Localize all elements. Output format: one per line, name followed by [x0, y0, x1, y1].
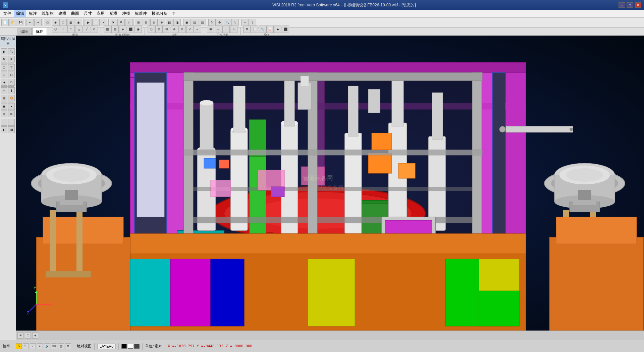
wp-btn-3[interactable]: ↕ — [222, 26, 230, 33]
sys-btn-1[interactable]: ⚙ — [243, 26, 251, 33]
view3d-btn-1[interactable]: ⬡ — [148, 26, 155, 33]
view3d-btn-7[interactable]: ↙ — [194, 26, 201, 33]
lt-extra-2[interactable]: ◨ — [8, 126, 15, 133]
new-button[interactable]: 📄 — [1, 19, 9, 26]
vp-btn-1[interactable]: ⊞ — [17, 333, 23, 339]
tool-7[interactable]: ▣ — [183, 19, 191, 26]
pan-btn[interactable]: ✥ — [216, 19, 223, 26]
window-sel-btn[interactable]: ⬜ — [92, 19, 100, 26]
tool-9[interactable]: ▥ — [199, 19, 206, 26]
shape-btn-6[interactable]: ⊙ — [91, 26, 98, 33]
status-icon-3[interactable]: • — [30, 343, 36, 349]
sys-btn-6[interactable]: ⬛ — [282, 26, 289, 33]
view3d-btn-2[interactable]: ⊞ — [155, 26, 163, 33]
tool-4[interactable]: ⊗ — [158, 19, 165, 26]
cross-sel-btn[interactable]: ✕ — [100, 19, 107, 26]
lt-color[interactable]: 🎨 — [8, 95, 15, 101]
lt-solid-1[interactable]: ◉ — [1, 103, 7, 110]
status-icon-7[interactable]: ▤ — [58, 343, 64, 349]
vp-btn-3[interactable]: ◈ — [32, 333, 38, 339]
lt-rotate[interactable]: ↻ — [1, 56, 7, 62]
minimize-button[interactable]: ─ — [619, 2, 625, 8]
menu-wireframe[interactable]: 线架构 — [40, 10, 56, 17]
vp-btn-2[interactable]: ⬡ — [25, 333, 31, 339]
shape-btn-3[interactable]: □ — [67, 26, 75, 33]
lt-view-top[interactable]: ⊤ — [8, 64, 15, 71]
color-swatch-3[interactable] — [134, 344, 140, 349]
view-btn-3[interactable]: □ — [59, 19, 67, 26]
sys-btn-5[interactable]: ▶ — [274, 26, 281, 33]
select-btn[interactable]: ▶ — [85, 19, 92, 26]
shape-btn-4[interactable]: △ — [75, 26, 83, 33]
tool-5[interactable]: ◧ — [166, 19, 173, 26]
sys-btn-4[interactable]: 📊 — [266, 26, 274, 33]
shape-btn-1[interactable]: ⬡ — [52, 26, 59, 33]
lt-info[interactable]: ℹ — [8, 87, 15, 94]
view3d-btn-6[interactable]: ↗ — [186, 26, 194, 33]
tool-8[interactable]: ▤ — [191, 19, 198, 26]
status-icon-1[interactable]: S — [16, 343, 22, 349]
menu-standard[interactable]: 标准件 — [133, 10, 149, 17]
status-icon-6[interactable]: ⌨ — [51, 343, 57, 349]
tool-1[interactable]: ⊞ — [135, 19, 142, 26]
lt-assem[interactable]: ⊕ — [1, 111, 7, 117]
lt-view-side[interactable]: ⊟ — [8, 72, 15, 78]
menu-apply[interactable]: 应用 — [95, 10, 107, 17]
menu-stamp[interactable]: 冲模 — [120, 10, 132, 17]
menu-mold[interactable]: 塑模 — [107, 10, 119, 17]
wp-btn-4[interactable]: ⤡ — [230, 26, 237, 33]
sys-btn-2[interactable]: 📋 — [251, 26, 258, 33]
zoom-btn[interactable]: 🔍 — [224, 19, 231, 26]
shape-btn-2[interactable]: ○ — [60, 26, 67, 33]
lt-pan[interactable]: ✥ — [8, 56, 15, 62]
status-icon-8[interactable]: ⚙ — [65, 343, 71, 349]
view3d-btn-4[interactable]: ⊕ — [171, 26, 178, 33]
img-btn-2[interactable]: ▤ — [111, 26, 119, 33]
lt-select[interactable]: ▶ — [1, 48, 7, 55]
status-icon-5[interactable]: 🔊 — [44, 343, 50, 349]
lt-snap-1[interactable]: ⋮ — [1, 119, 7, 126]
undo-button[interactable]: ↩ — [26, 19, 34, 26]
copy-btn[interactable]: ⧉ — [117, 19, 125, 26]
lt-view-iso[interactable]: ⬡ — [1, 64, 7, 71]
color-swatch-2[interactable] — [128, 344, 133, 349]
view-btn-4[interactable]: ▦ — [67, 19, 74, 26]
lt-snap-2[interactable]: ⋯ — [8, 119, 15, 126]
lt-shade[interactable]: ◈ — [1, 79, 7, 86]
tool-2[interactable]: ⊟ — [143, 19, 150, 26]
open-button[interactable]: 📂 — [9, 19, 16, 26]
color-swatch-1[interactable] — [121, 344, 127, 349]
view3d-btn-5[interactable]: ⊗ — [178, 26, 186, 33]
measure-btn[interactable]: ↔ — [241, 19, 249, 26]
delete-btn[interactable]: ✖ — [110, 19, 117, 26]
view-btn-2[interactable]: ◈ — [52, 19, 59, 26]
lt-part[interactable]: ⊗ — [8, 111, 15, 117]
menu-surface[interactable]: 曲面 — [69, 10, 81, 17]
tool-3[interactable]: ⊕ — [150, 19, 158, 26]
lt-view-front[interactable]: ⊞ — [1, 72, 7, 78]
menu-file[interactable]: 文件 — [1, 10, 13, 17]
wp-btn-1[interactable]: ⊞ — [207, 26, 214, 33]
lt-extra-1[interactable]: ◧ — [1, 126, 7, 133]
menu-dimension[interactable]: 尺寸 — [82, 10, 94, 17]
close-button[interactable]: × — [635, 2, 641, 8]
lt-zoom[interactable]: 🔍 — [8, 48, 15, 55]
lt-measure[interactable]: ↔ — [1, 87, 7, 94]
viewport[interactable]: X Y Z 智造装备网 智造装备网 — [16, 36, 644, 340]
sys-btn-3[interactable]: 🔧 — [259, 26, 266, 33]
tab-annotation[interactable]: 标注 — [32, 28, 47, 35]
lt-solid-2[interactable]: ● — [8, 103, 15, 110]
tab-edit[interactable]: 编辑 — [17, 28, 32, 35]
menu-edit[interactable]: 编辑 — [14, 10, 26, 17]
img-btn-5[interactable]: ◉ — [135, 26, 142, 33]
status-icon-2[interactable]: 中 — [23, 343, 29, 349]
save-button[interactable]: 💾 — [17, 19, 24, 26]
menu-annotation[interactable]: 标注 — [27, 10, 39, 17]
menu-solid[interactable]: 建模 — [56, 10, 68, 17]
wp-btn-2[interactable]: ↔ — [215, 26, 222, 33]
rotate-btn[interactable]: ↻ — [208, 19, 216, 26]
img-btn-1[interactable]: ▦ — [104, 26, 111, 33]
view3d-btn-3[interactable]: ⊟ — [163, 26, 170, 33]
shape-btn-5[interactable]: ╱ — [83, 26, 90, 33]
lt-wire[interactable]: □ — [8, 79, 15, 86]
